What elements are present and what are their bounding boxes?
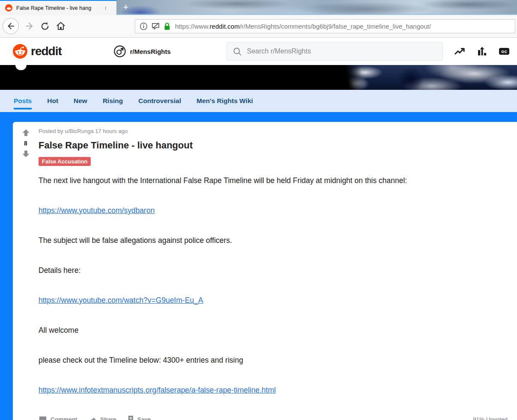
post-score: 8 (24, 140, 27, 147)
info-icon[interactable] (140, 22, 148, 30)
post-text-paragraph: Details here: (39, 266, 508, 275)
tab-title-fade (91, 1, 105, 15)
subreddit-banner (0, 65, 517, 90)
search-placeholder: Search r/MensRights (247, 47, 311, 55)
bar-chart-icon[interactable] (477, 46, 487, 56)
community-selector[interactable]: r/MensRights (114, 45, 240, 57)
post-link-paragraph: https://www.youtube.com/sydbaron (39, 206, 508, 216)
browser-tab-bar: False Rape Timeline - live hang × + (0, 0, 517, 15)
lock-icon[interactable] (163, 22, 171, 31)
share-button[interactable]: Share (88, 416, 116, 420)
upvote-icon[interactable] (22, 129, 30, 137)
titlebar-background (116, 0, 517, 15)
reddit-wordmark: reddit (31, 44, 62, 58)
tab-title: False Rape Timeline - live hang (16, 5, 101, 11)
share-icon (88, 416, 97, 420)
comment-label: Comment (51, 416, 77, 420)
oc-badge-icon[interactable]: oc (499, 48, 509, 55)
back-button[interactable] (3, 18, 19, 34)
post-link-paragraph: https://www.youtube.com/watch?v=G9ueIm-E… (39, 296, 508, 305)
back-icon (6, 21, 15, 31)
reddit-favicon-icon (5, 4, 12, 12)
vote-column: 8 (13, 128, 39, 420)
banner-earth-image (340, 65, 517, 90)
subreddit-nav: PostsHotNewRisingControversialMen's Righ… (0, 90, 517, 112)
tab-new[interactable]: New (74, 90, 87, 112)
comment-icon (39, 416, 47, 420)
reddit-header: reddit r/MensRights Search r/MensRights … (0, 38, 517, 65)
mars-symbol-icon (114, 45, 126, 57)
url-domain: reddit.com (210, 23, 240, 30)
save-button[interactable]: Save (128, 415, 151, 420)
post-flair-badge[interactable]: False Accusation (39, 157, 91, 166)
upvote-percentage: 91% Upvoted (473, 416, 508, 420)
url-prefix: https://www. (175, 23, 210, 30)
post-link[interactable]: https://www.youtube.com/sydbaron (39, 206, 155, 215)
blocked-content-icon[interactable] (151, 22, 160, 30)
tab-posts[interactable]: Posts (14, 90, 32, 112)
tab-men-s-rights-wiki[interactable]: Men's Rights Wiki (196, 90, 253, 112)
home-icon (56, 21, 66, 31)
post-card: 8 Posted by u/BicRunga 17 hours ago Fals… (13, 122, 517, 420)
post-text-paragraph: The next live hangout with the Internati… (39, 176, 508, 186)
reload-button[interactable] (40, 21, 50, 31)
reload-icon (40, 21, 50, 31)
new-tab-button[interactable]: + (120, 2, 131, 13)
post-body: The next live hangout with the Internati… (39, 176, 508, 395)
post-text-paragraph: All welcome (39, 325, 508, 335)
reddit-logo[interactable]: reddit (13, 44, 62, 59)
forward-icon (24, 21, 35, 31)
tab-hot[interactable]: Hot (47, 90, 58, 112)
post-content: Posted by u/BicRunga 17 hours ago False … (39, 128, 517, 420)
post-link[interactable]: https://www.youtube.com/watch?v=G9ueIm-E… (39, 296, 203, 305)
share-label: Share (100, 416, 116, 420)
community-name: r/MensRights (130, 48, 171, 55)
post-link-paragraph: https://www.infotextmanuscripts.org/fals… (39, 385, 508, 395)
save-bookmark-icon (128, 415, 134, 420)
url-bar[interactable]: https://www.reddit.com/r/MensRights/comm… (135, 19, 515, 33)
post-action-bar: Comment Share Save 91% Upvoted (39, 415, 508, 420)
tab-rising[interactable]: Rising (103, 90, 123, 112)
reddit-snoo-icon (13, 44, 27, 59)
page-background: 8 Posted by u/BicRunga 17 hours ago Fals… (0, 112, 517, 420)
trending-icon[interactable] (454, 46, 465, 56)
subreddit-avatar (15, 65, 27, 70)
comment-button[interactable]: Comment (39, 416, 77, 420)
browser-tab[interactable]: False Rape Timeline - live hang × (0, 0, 116, 15)
post-link[interactable]: https://www.infotextmanuscripts.org/fals… (39, 386, 276, 394)
downvote-icon[interactable] (22, 150, 30, 158)
post-title: False Rape Timeline - live hangout (39, 140, 508, 151)
post-text-paragraph: The subject will be false allegations ag… (39, 236, 508, 245)
tab-controversial[interactable]: Controversial (138, 90, 181, 112)
post-meta: Posted by u/BicRunga 17 hours ago (39, 128, 508, 134)
url-text: https://www.reddit.com/r/MensRights/comm… (175, 23, 431, 30)
browser-toolbar: https://www.reddit.com/r/MensRights/comm… (0, 15, 517, 38)
post-text-paragraph: please check out the Timeline below: 430… (39, 355, 508, 365)
forward-button[interactable] (24, 21, 35, 31)
url-path: /r/MensRights/comments/bg6bj9/false_rape… (240, 23, 431, 30)
home-button[interactable] (56, 21, 66, 31)
save-label: Save (137, 416, 151, 420)
search-input[interactable]: Search r/MensRights (226, 42, 443, 61)
search-icon (233, 47, 242, 56)
